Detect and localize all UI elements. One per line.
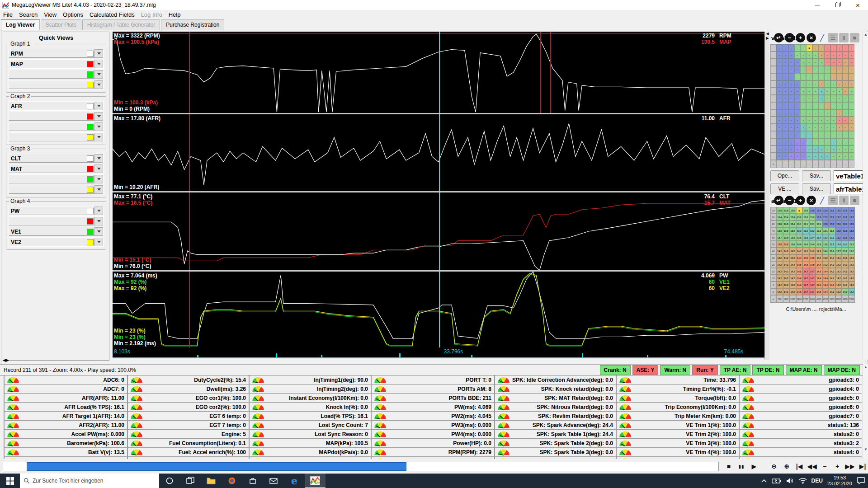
data-grid-row[interactable]: RPM(RPM): 2279 — [372, 448, 494, 457]
ve-cell[interactable]: - — [782, 52, 788, 59]
fast-forward-button[interactable]: ▶▶ — [844, 461, 855, 472]
scroll-down-icon[interactable]: ▼ — [863, 446, 868, 453]
ve-cell[interactable]: - — [830, 102, 836, 109]
ve-cell[interactable]: 13.1 — [816, 221, 822, 227]
ve-cell[interactable]: - — [806, 117, 812, 124]
ve-cell[interactable]: 14.2 — [842, 261, 849, 268]
chevron-down-icon[interactable] — [94, 49, 103, 58]
notification-icon[interactable] — [857, 477, 865, 484]
data-grid-row[interactable]: AFR(AFR): 11.00 — [5, 394, 127, 403]
ve-cell[interactable]: - — [812, 145, 818, 153]
ve-cell[interactable]: 14.5 — [809, 261, 816, 268]
ve-cell[interactable]: - — [812, 44, 818, 52]
data-grid-row[interactable]: gpioadc6: 0 — [740, 403, 862, 412]
ve-cell[interactable]: - — [800, 109, 806, 117]
ve-cell[interactable]: - — [788, 102, 794, 109]
ve-cell[interactable]: - — [776, 109, 782, 117]
data-grid-row[interactable]: EGO cor1(%): 100.0 — [128, 394, 249, 403]
language-indicator[interactable]: DEU — [811, 478, 823, 484]
ve-cell[interactable]: - — [824, 73, 830, 80]
data-grid-row[interactable]: SPK: Nitrous Retard(deg): 0.0 — [495, 403, 616, 412]
ve-cell[interactable]: - — [842, 131, 848, 138]
ve-cell[interactable]: - — [824, 102, 830, 109]
ve-cell[interactable]: 13.1 — [822, 227, 829, 234]
selected-cell-cursor[interactable]: ◉ — [806, 44, 812, 52]
ve-cell[interactable]: - — [788, 66, 794, 73]
ve-cell[interactable]: - — [794, 52, 800, 59]
ve-cell[interactable]: - — [842, 73, 848, 80]
ve-cell[interactable]: - — [788, 52, 794, 59]
columns-view-icon[interactable]: ‖ — [839, 196, 849, 205]
ve-cell[interactable]: 13.8 — [776, 241, 783, 248]
ve-cell[interactable]: 13.2 — [796, 227, 803, 234]
ve-cell[interactable]: 13.1 — [829, 234, 835, 241]
ve-cell[interactable]: - — [782, 138, 788, 145]
ve-cell[interactable]: 13.1 — [809, 221, 816, 227]
log-graph-3[interactable]: Max = 77.1 (°C)Max = 16.5 (°C)Min = 15.1… — [113, 192, 764, 272]
ve-cell[interactable]: - — [818, 131, 824, 138]
megalogviewer-button[interactable] — [305, 474, 326, 488]
ve-cell[interactable]: - — [818, 117, 824, 124]
ve-cell[interactable]: 13.2 — [842, 241, 849, 248]
ve-cell[interactable]: 14.2 — [776, 248, 783, 254]
browser-button[interactable] — [222, 474, 242, 488]
volume-icon[interactable] — [786, 478, 794, 484]
file-explorer-button[interactable] — [201, 474, 222, 488]
ve-cell[interactable]: - — [794, 145, 800, 153]
ve-cell[interactable]: 14.0 — [796, 241, 803, 248]
skip-start-button[interactable]: |◀ — [794, 461, 805, 472]
ve-cell[interactable]: 13.1 — [816, 227, 822, 234]
ve-cell[interactable]: 14.2 — [842, 268, 849, 275]
ve-cell[interactable]: 14.2 — [783, 248, 790, 254]
ve-cell[interactable]: - — [788, 44, 794, 52]
data-grid-row[interactable]: InjTiming2(deg): 0.0 — [250, 385, 371, 394]
ve-cell[interactable]: - — [830, 109, 836, 117]
ve-cell[interactable]: 14.7 — [802, 288, 809, 295]
battery-icon[interactable] — [772, 478, 782, 484]
playhead-cursor-line[interactable] — [439, 32, 440, 113]
ve-cell[interactable]: - — [849, 145, 854, 153]
ve-cell[interactable]: 13.8 — [783, 221, 790, 227]
ve-cell[interactable]: - — [788, 73, 794, 80]
ve-cell[interactable]: - — [776, 88, 782, 95]
ve-cell[interactable]: - — [806, 138, 812, 145]
ve-cell[interactable]: - — [788, 145, 794, 153]
ve-cell[interactable]: - — [849, 59, 854, 66]
ve-cell[interactable]: - — [824, 124, 830, 131]
data-grid-row[interactable]: PW3(ms): 0.000 — [372, 421, 494, 430]
ve-cell[interactable]: 14.2 — [829, 261, 835, 268]
ve-cell[interactable]: - — [824, 138, 830, 145]
ve-cell[interactable]: 14.6 — [816, 275, 822, 282]
data-grid-row[interactable]: Dwell(ms): 3.26 — [128, 385, 249, 394]
afr-table-grid[interactable]: 10013.813.813.8◉13.813.813.813.813.813.8… — [770, 207, 862, 303]
ve-cell[interactable]: - — [849, 44, 854, 52]
minimize-button[interactable] — [807, 0, 827, 10]
ve-cell[interactable]: - — [842, 153, 848, 160]
ve-cell[interactable]: - — [836, 145, 842, 153]
pager-right-icon[interactable]: ▶ — [6, 358, 9, 362]
ve-cell[interactable]: - — [776, 102, 782, 109]
ve-cell[interactable]: 14.2 — [849, 282, 855, 288]
ve-cell[interactable]: - — [836, 66, 842, 73]
ve-cell[interactable]: 14.2 — [776, 282, 783, 288]
import-arrow-icon[interactable]: ↵ — [774, 33, 783, 42]
ve-cell[interactable]: 14.0 — [802, 241, 809, 248]
ve-cell[interactable]: - — [788, 117, 794, 124]
ve-cell[interactable]: 14.2 — [829, 275, 835, 282]
task-view-button[interactable] — [180, 474, 201, 488]
ve-cell[interactable]: - — [806, 66, 812, 73]
import-arrow-icon[interactable]: ↵ — [774, 196, 783, 205]
playhead-cursor-line[interactable] — [439, 114, 440, 191]
start-button[interactable] — [0, 474, 20, 488]
data-grid-row[interactable]: gpioadc5: 0 — [740, 394, 862, 403]
ve-cell[interactable]: 13.8 — [849, 227, 855, 234]
field-selector[interactable] — [9, 80, 104, 89]
ve-cell[interactable]: - — [776, 95, 782, 102]
ve-cell[interactable]: - — [806, 109, 812, 117]
ve-cell[interactable]: - — [812, 109, 818, 117]
data-grid-row[interactable]: VE Trim 1(%): 100.0 — [617, 421, 739, 430]
data-grid-row[interactable]: status4: 0 — [740, 448, 862, 457]
ve-cell[interactable]: 14.2 — [789, 275, 796, 282]
ve-cell[interactable]: - — [806, 52, 812, 59]
ve-cell[interactable]: 13.2 — [822, 234, 829, 241]
